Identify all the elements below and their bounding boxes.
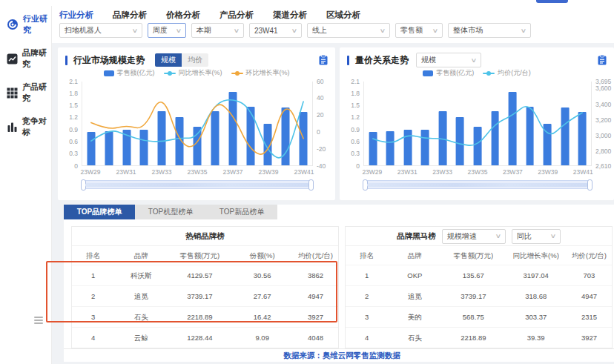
nav-tab-price[interactable]: 价格分析 xyxy=(166,10,200,20)
sidebar-item-industry[interactable]: 行业研究 xyxy=(0,7,51,42)
drag-handle-icon[interactable] xyxy=(34,317,43,325)
table-cell: 3927 xyxy=(567,328,612,348)
table-row[interactable]: 2追觅3739.17318.684947 xyxy=(346,285,612,306)
filter-select-1[interactable]: 周度∨ xyxy=(148,23,186,38)
table-cell: 4947 xyxy=(293,286,338,306)
tab-new-rank[interactable]: TOP新品榜单 xyxy=(206,205,277,219)
table-cell: 16.42 xyxy=(231,307,293,327)
y-axis-tick: 2,610 xyxy=(595,163,611,170)
panel-industry-scale: 行业市场规模走势 规模均价 零售额(亿元)同比增长率(%)环比增长率(%) 00… xyxy=(58,47,335,200)
sidebar-item-label: 行业研究 xyxy=(23,13,51,36)
filter-select-2[interactable]: 本期∨ xyxy=(191,23,244,38)
y-axis-tick: 0 xyxy=(317,129,320,136)
report-icon[interactable] xyxy=(319,55,328,65)
y-axis-tick: 0 xyxy=(356,163,360,170)
datazoom-slider[interactable] xyxy=(82,180,313,189)
chevron-down-icon: ∨ xyxy=(521,27,527,34)
table-filter-select-0[interactable]: 规模增速∨ xyxy=(442,229,506,244)
table-cell: 1228.44 xyxy=(168,328,231,348)
legend-label: 零售额(亿元) xyxy=(436,68,474,78)
filter-value: 整体市场 xyxy=(453,25,483,36)
x-axis-label: 23W37 xyxy=(223,168,243,176)
y-axis-tick: 3,400 xyxy=(595,102,611,108)
tab-model-rank[interactable]: TOP机型榜单 xyxy=(135,205,206,219)
report-icon[interactable] xyxy=(598,55,607,65)
compass-icon xyxy=(7,19,19,30)
partial-button[interactable] xyxy=(536,0,568,3)
legend-label: 均价(元/台) xyxy=(498,68,531,78)
table-cell: 39.39 xyxy=(505,328,567,348)
table-row[interactable]: 2追觅3739.1727.674947 xyxy=(72,285,338,306)
filter-select-3[interactable]: 23W41∨ xyxy=(249,23,302,38)
table-cell: 303.37 xyxy=(505,307,567,327)
nav-tab-channel[interactable]: 渠道分析 xyxy=(273,10,307,20)
column-header: 零售额(万元) xyxy=(441,246,505,265)
table-title-row: 品牌黑马榜规模增速∨同比∨ xyxy=(346,227,612,246)
y-axis-tick: 3,200 xyxy=(595,117,611,124)
table-cell: 石头 xyxy=(388,328,441,348)
data-source-link[interactable]: 数据来源：奥维云网零售监测数据 xyxy=(64,348,614,362)
y-axis-tick: 0 xyxy=(74,163,78,170)
sidebar-item-brand[interactable]: 品牌研究 xyxy=(0,42,51,76)
table-row[interactable]: 3美的568.75303.372315 xyxy=(346,306,612,327)
bar-chart-icon xyxy=(7,122,18,133)
panel-price-volume: 量价关系走势 规模 ∨ 零售额(亿元)均价(元/台) 00.30.60.91.2… xyxy=(340,47,614,200)
y-axis-tick: 0.9 xyxy=(69,127,78,133)
table-filter-select-1[interactable]: 同比∨ xyxy=(512,229,561,244)
scale-select[interactable]: 规模 ∨ xyxy=(416,53,481,67)
table-cell: 追觅 xyxy=(114,286,168,306)
sidebar-item-label: 竞争对标 xyxy=(22,116,51,138)
main-area: 行业分析品牌分析价格分析产品分析渠道分析区域分析 扫地机器人∨周度∨本期∨23W… xyxy=(52,6,614,364)
filter-select-4[interactable]: 线上∨ xyxy=(307,23,390,38)
nav-tab-region[interactable]: 区域分析 xyxy=(326,10,360,20)
sidebar-item-benchmark[interactable]: 竞争对标 xyxy=(0,110,51,144)
chevron-down-icon: ∨ xyxy=(495,233,501,239)
tab-brand-rank[interactable]: TOP品牌榜单 xyxy=(64,205,135,219)
table-header-row: 排名品牌零售额(万元)份额(%)均价(元/台) xyxy=(72,246,338,265)
chevron-down-icon: ∨ xyxy=(432,27,439,34)
column-header: 份额(%) xyxy=(231,246,293,265)
x-axis-label: 23W37 xyxy=(503,168,523,176)
nav-tab-product[interactable]: 产品分析 xyxy=(219,10,254,20)
table-row[interactable]: 4云鲸1228.449.094048 xyxy=(72,327,338,348)
toggle-option-1[interactable]: 均价 xyxy=(182,53,208,67)
legend-label: 环比增长率(%) xyxy=(246,68,290,78)
filter-value: 线上 xyxy=(312,25,327,36)
column-header: 同比增长率(%) xyxy=(505,246,567,265)
datazoom-slider[interactable] xyxy=(363,180,592,189)
table-cell: 4947 xyxy=(567,286,612,306)
datazoom-fill xyxy=(367,183,588,187)
y-axis-tick: 1.8 xyxy=(69,90,78,97)
table-title-row: 热销品牌榜 xyxy=(72,227,338,246)
chevron-down-icon: ∨ xyxy=(234,27,240,34)
select-value: 同比 xyxy=(517,231,532,242)
y-axis-tick: 0.6 xyxy=(69,139,78,145)
sidebar-item-product[interactable]: 产品研究 xyxy=(0,76,51,110)
x-axis-label: 23W33 xyxy=(152,168,172,176)
grid-icon xyxy=(7,87,18,99)
filter-select-5[interactable]: 零售额∨ xyxy=(395,23,443,38)
nav-tab-brand[interactable]: 品牌分析 xyxy=(113,10,147,20)
table-row[interactable]: 1科沃斯4129.5730.563862 xyxy=(72,265,338,285)
table-cell: 2218.89 xyxy=(168,307,231,327)
table-row[interactable]: 1OKP135.673197.04703 xyxy=(346,265,612,285)
table-cell: 135.67 xyxy=(441,265,505,285)
table-row[interactable]: 3石头2218.8916.423927 xyxy=(72,306,338,327)
chart-legend: 零售额(亿元)同比增长率(%)环比增长率(%) xyxy=(58,67,335,79)
y-axis-tick: 3,695 xyxy=(595,79,611,85)
y-axis-tick: 0.3 xyxy=(351,150,360,157)
chevron-down-icon: ∨ xyxy=(549,233,556,239)
table-cell: 2218.89 xyxy=(441,328,505,348)
table-cell: OKP xyxy=(388,265,441,285)
nav-tab-industry[interactable]: 行业分析 xyxy=(59,10,93,20)
legend-item: 零售额(亿元) xyxy=(423,68,474,78)
legend-label: 零售额(亿元) xyxy=(117,68,155,78)
column-header: 品牌 xyxy=(114,246,168,265)
toggle-option-0[interactable]: 规模 xyxy=(155,53,182,67)
filter-select-0[interactable]: 扫地机器人∨ xyxy=(59,23,142,38)
x-axis-label: 23W41 xyxy=(573,168,593,176)
filter-select-6[interactable]: 整体市场∨ xyxy=(448,23,531,38)
chart-panels: 行业市场规模走势 规模均价 零售额(亿元)同比增长率(%)环比增长率(%) 00… xyxy=(58,47,614,200)
y-axis-tick: 60 xyxy=(317,79,323,85)
table-row[interactable]: 4石头2218.8939.393927 xyxy=(346,327,612,348)
